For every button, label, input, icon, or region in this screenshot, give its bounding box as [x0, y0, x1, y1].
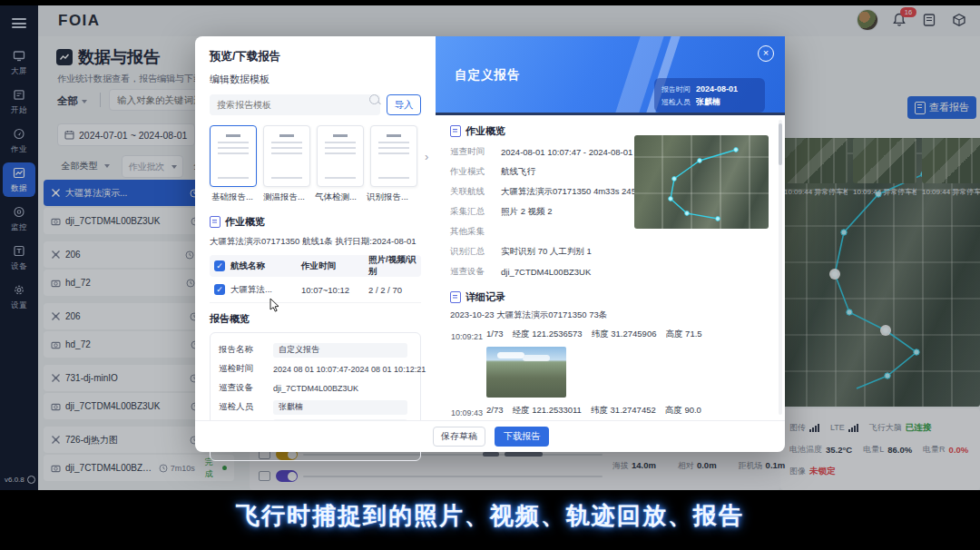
modal-title: 预览/下载报告: [210, 49, 421, 64]
preview-header: 自定义报告 × 报告时间2024-08-01巡检人员张麒楠: [436, 36, 785, 115]
template-label: 气体检测...: [313, 192, 358, 203]
job-table-column: 照片/视频/识别: [368, 254, 416, 278]
template-card[interactable]: [263, 125, 310, 187]
edit-template-label: 编辑数据模板: [210, 73, 421, 86]
detail-records-heading: 详细记录: [450, 290, 770, 304]
overview-doc-icon: [450, 125, 461, 137]
report-overview-heading: 报告概览: [210, 312, 421, 326]
form-row: 巡检人员: [219, 398, 412, 417]
job-table-header: ✓航线名称作业时间照片/视频/识别: [210, 255, 421, 277]
job-table-column: 作业时间: [301, 260, 363, 272]
preview-field-value: 实时识别 70 人工判别 1: [501, 246, 592, 258]
record-meta-item: 经度 121.2533011: [513, 405, 582, 415]
record-meta-item: 经度 121.2536573: [513, 329, 583, 339]
field-value: dji_7CTDM4L00BZ3UK: [273, 384, 358, 393]
caption-subtitle: 飞行时捕捉到的照片、视频、轨迹回放、报告: [0, 500, 980, 532]
meta-row: 报告时间2024-08-01: [662, 83, 758, 95]
template-card[interactable]: [370, 125, 417, 187]
preview-field-label: 作业模式: [450, 166, 492, 178]
form-row: 巡检时间2024 08 01 10:07:47-2024 08 01 10:12…: [219, 359, 412, 378]
row-checkbox[interactable]: ✓: [214, 284, 225, 295]
preview-field-label: 关联航线: [450, 186, 492, 198]
record-meta-item: 1/73: [486, 329, 504, 339]
record-photo[interactable]: [486, 347, 566, 398]
app-window: FOIA 16 大屏开始作业数据监控设备设置 v6.0.8: [0, 5, 980, 490]
records-doc-icon: [450, 291, 461, 303]
record-photos: [486, 347, 770, 398]
media-counts: 2 / 2 / 70: [368, 285, 416, 295]
close-icon[interactable]: ×: [758, 45, 774, 62]
record-time: 10:09:21: [450, 332, 483, 341]
record-time: 10:09:43: [450, 408, 483, 417]
preview-field-value: dji_7CTDM4L00BZ3UK: [501, 267, 591, 277]
preview-field-label: 识别汇总: [450, 246, 492, 258]
preview-field: 识别汇总实时识别 70 人工判别 1: [450, 241, 770, 261]
report-modal: 预览/下载报告 编辑数据模板 导入 › 基础报告...测温报告...气体检测..…: [195, 36, 785, 452]
template-label: 测温报告...: [261, 192, 307, 203]
job-table-column: 航线名称: [230, 260, 296, 272]
preview-field-label: 巡查设备: [450, 266, 492, 278]
search-icon: [369, 94, 379, 104]
preview-title: 自定义报告: [455, 67, 521, 83]
report-editor-panel: 预览/下载报告 编辑数据模板 导入 › 基础报告...测温报告...气体检测..…: [195, 36, 436, 421]
field-input[interactable]: [273, 400, 407, 415]
download-report-button[interactable]: 下载报告: [495, 427, 549, 447]
preview-meta-card: 报告时间2024-08-01巡检人员张麒楠: [654, 78, 765, 113]
record-meta-item: 高度 71.5: [665, 329, 701, 339]
template-search-input[interactable]: [210, 94, 380, 115]
preview-field-value: 大疆算法演示07171350 4m33s 2453m: [501, 186, 648, 198]
detail-record: 10:09:211/73经度 121.2536573纬度 31.2745906高…: [450, 329, 770, 398]
field-label: 报告名称: [219, 344, 266, 356]
preview-field-value: 照片 2 视频 2: [501, 206, 553, 218]
preview-field-label: 采集汇总: [450, 206, 492, 218]
modal-footer: 保存草稿 下载报告: [195, 420, 785, 452]
template-label: 识别报告...: [365, 192, 410, 203]
preview-field: 巡查设备dji_7CTDM4L00BZ3UK: [450, 261, 770, 281]
template-card[interactable]: [317, 125, 364, 187]
meta-value: 2024-08-01: [696, 84, 738, 93]
record-meta: 1/73经度 121.2536573纬度 31.2745906高度 71.5: [486, 329, 770, 340]
form-row: 巡查设备dji_7CTDM4L00BZ3UK: [219, 378, 412, 398]
preview-scrollbar: [779, 120, 782, 415]
meta-label: 报告时间: [662, 84, 691, 94]
record-meta-item: 纬度 31.2747452: [591, 405, 656, 415]
record-meta: 2/73经度 121.2533011纬度 31.2747452高度 90.0: [486, 405, 770, 417]
field-label: 巡查设备: [219, 382, 266, 394]
route-name: 大疆算法...: [230, 284, 296, 296]
field-input[interactable]: [273, 343, 407, 358]
overview-doc-icon: [210, 216, 220, 228]
meta-label: 巡检人员: [662, 97, 691, 107]
record-meta-item: 2/73: [486, 405, 504, 415]
job-overview-heading: 作业概览: [210, 215, 421, 229]
video-frame: FOIA 16 大屏开始作业数据监控设备设置 v6.0.8: [0, 0, 980, 550]
field-label: 巡检时间: [219, 363, 266, 375]
template-card[interactable]: [210, 125, 257, 187]
preview-map-image: [634, 135, 769, 229]
field-label: 巡检人员: [219, 401, 266, 413]
record-group-title: 2023-10-23 大疆算法演示07171350 73条: [450, 309, 770, 321]
form-row: 报告名称: [219, 340, 412, 359]
scrollbar-thumb[interactable]: [779, 123, 782, 165]
mouse-cursor: [270, 298, 280, 316]
record-meta-item: 高度 90.0: [665, 405, 701, 415]
report-preview-panel: 自定义报告 × 报告时间2024-08-01巡检人员张麒楠 作业概览 巡查时间2…: [436, 36, 785, 421]
preview-field-value: 航线飞行: [501, 166, 535, 178]
field-value: 2024 08 01 10:07:47-2024 08 01 10:12:21: [273, 365, 426, 374]
detail-record: 10:09:43异常停车检2/73经度 121.2533011纬度 31.274…: [450, 405, 770, 421]
record-meta-item: 纬度 31.2745906: [592, 329, 657, 339]
preview-body: 作业概览 巡查时间2024-08-01 10:07:47 - 2024-08-0…: [436, 115, 785, 421]
preview-field-label: 其他采集: [450, 226, 492, 238]
meta-value: 张麒楠: [696, 96, 720, 108]
chevron-right-icon[interactable]: ›: [425, 150, 428, 163]
job-summary: 大疆算法演示07171350 航线1条 执行日期:2024-08-01: [210, 236, 421, 248]
preview-field-label: 巡查时间: [450, 146, 492, 158]
template-label: 基础报告...: [210, 192, 255, 203]
import-button[interactable]: 导入: [387, 94, 421, 115]
meta-row: 巡检人员张麒楠: [662, 95, 758, 108]
save-draft-button[interactable]: 保存草稿: [433, 427, 485, 447]
job-time: 10:07~10:12: [301, 285, 363, 295]
select-all-checkbox[interactable]: ✓: [214, 260, 225, 271]
job-table-row[interactable]: ✓大疆算法...10:07~10:122 / 2 / 70: [210, 277, 421, 303]
